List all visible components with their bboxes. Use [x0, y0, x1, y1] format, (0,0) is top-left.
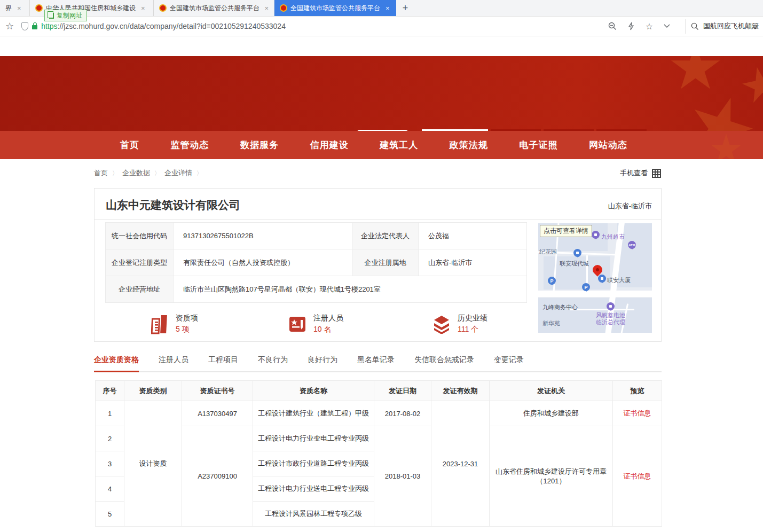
address-label: 企业经营地址 — [106, 276, 174, 303]
certificate-icon — [288, 315, 307, 334]
tab-dishonesty-records[interactable]: 失信联合惩戒记录 — [414, 355, 474, 371]
cell-seq: 1 — [96, 401, 124, 426]
nav-item-supervision[interactable]: 监管动态 — [171, 139, 209, 151]
url-scheme: https — [41, 22, 57, 30]
hot-search-box[interactable]: 国航回应飞机颠簸 — [685, 19, 763, 34]
address-value: 临沂市兰山区陶然路107号星河晶都（联安）现代城1号楼2201室 — [174, 276, 527, 303]
copy-icon — [49, 13, 54, 19]
cell-seq: 2 — [96, 426, 124, 451]
company-region: 山东省-临沂市 — [608, 201, 652, 211]
stat-qualifications[interactable]: 资质项 5 项 — [151, 314, 198, 334]
browser-tab-2[interactable]: 全国建筑市场监管公共服务平台 × — [154, 0, 274, 16]
nav-item-credit[interactable]: 信用建设 — [310, 139, 349, 151]
chevron-down-icon[interactable] — [664, 24, 670, 28]
nav-item-workers[interactable]: 建筑工人 — [380, 139, 418, 151]
reg-type-label: 企业登记注册类型 — [106, 249, 174, 276]
cell-name: 工程设计电力行业送电工程专业丙级 — [253, 476, 374, 502]
favorite-star-icon[interactable]: ☆ — [646, 21, 653, 32]
copy-url-tooltip: 复制网址 — [44, 10, 87, 21]
shield-icon[interactable] — [21, 22, 28, 30]
tab-blacklist[interactable]: 黑名单记录 — [357, 355, 395, 371]
cell-cert-no: A237009100 — [182, 426, 253, 527]
stat-label: 注册人员 — [313, 314, 343, 323]
flag-star-decoration — [738, 63, 763, 107]
url-field[interactable]: https://jzsc.mohurd.gov.cn/data/company/… — [21, 22, 608, 30]
company-name: 山东中元建筑设计有限公司 — [106, 198, 240, 213]
breadcrumb-company-data[interactable]: 企业数据 — [122, 168, 150, 178]
lock-icon — [32, 25, 37, 29]
table-row: 企业经营地址 临沂市兰山区陶然路107号星河晶都（联安）现代城1号楼2201室 — [106, 276, 527, 303]
table-header-row: 序号 资质类别 资质证书号 资质名称 发证日期 发证有效期 发证机关 预览 — [96, 381, 662, 401]
nav-item-home[interactable]: 首页 — [120, 139, 139, 151]
browser-tab-active[interactable]: 全国建筑市场监管公共服务平台 × — [274, 0, 396, 16]
company-card: 山东中元建筑设计有限公司 山东省-临沂市 统一社会信用代码 9137130267… — [94, 188, 662, 342]
stat-value: 10 名 — [313, 325, 343, 334]
nav-item-policy[interactable]: 政策法规 — [450, 139, 488, 151]
tab-bad-behavior[interactable]: 不良行为 — [258, 355, 288, 371]
detail-tabs: 企业资质资格 注册人员 工程项目 不良行为 良好行为 黑名单记录 失信联合惩戒记… — [94, 355, 662, 372]
tab-title: 界 — [5, 4, 12, 13]
new-tab-button[interactable]: + — [396, 0, 414, 16]
map-label: 九州超市 — [601, 233, 625, 241]
mobile-qr-icon[interactable] — [652, 169, 661, 178]
breadcrumb-home[interactable]: 首页 — [94, 168, 108, 178]
nav-item-e-license[interactable]: 电子证照 — [519, 139, 557, 151]
map-tooltip[interactable]: 点击可查看详情 — [540, 225, 592, 237]
nav-item-data-service[interactable]: 数据服务 — [240, 139, 279, 151]
tab-close-icon[interactable]: × — [141, 4, 145, 12]
stat-history-performance[interactable]: 历史业绩 111 个 — [432, 314, 487, 334]
url-text[interactable]: https://jzsc.mohurd.gov.cn/data/company/… — [41, 22, 286, 30]
flag-star-decoration — [710, 134, 742, 159]
col-cert-no: 资质证书号 — [182, 381, 253, 401]
tab-change-records[interactable]: 变更记录 — [494, 355, 524, 371]
cell-name: 工程设计风景园林工程专项乙级 — [253, 502, 374, 527]
stat-registered-personnel[interactable]: 注册人员 10 名 — [288, 314, 343, 334]
company-stats: 资质项 5 项 注册人员 10 名 — [95, 310, 526, 339]
tab-close-icon[interactable]: × — [386, 4, 390, 12]
lightning-icon[interactable] — [627, 22, 635, 30]
cell-preview: 证书信息 — [613, 426, 662, 527]
col-category: 资质类别 — [124, 381, 182, 401]
breadcrumb-separator: 〉 — [154, 169, 160, 177]
bookmark-star-icon[interactable]: ☆ — [5, 20, 14, 32]
tab-projects[interactable]: 工程项目 — [208, 355, 238, 371]
tab-good-behavior[interactable]: 良好行为 — [308, 355, 337, 371]
reg-region-value: 山东省-临沂市 — [419, 249, 527, 276]
cell-name: 工程设计建筑行业（建筑工程）甲级 — [253, 401, 374, 426]
cell-cert-no: A137030497 — [182, 401, 253, 426]
parking-icon: P — [582, 283, 590, 291]
tab-title: 全国建筑市场监管公共服务平台 — [170, 4, 259, 13]
certificate-info-link[interactable]: 证书信息 — [624, 472, 651, 480]
cell-authority: 住房和城乡建设部 — [490, 401, 613, 426]
table-row: 统一社会信用代码 91371302675501022B 企业法定代表人 公茂福 — [106, 223, 527, 249]
stat-label: 资质项 — [176, 314, 198, 323]
copy-url-label: 复制网址 — [57, 11, 82, 20]
page-content: 首页〉 企业数据〉 企业详情〉 手机查看 山东中元建筑设计有限公司 山东省-临沂… — [0, 159, 763, 532]
certificate-info-link[interactable]: 证书信息 — [624, 409, 651, 417]
mobile-view[interactable]: 手机查看 — [620, 168, 661, 178]
tab-qualifications[interactable]: 企业资质资格 — [94, 355, 139, 372]
zoom-out-icon[interactable] — [608, 22, 617, 30]
building-icon — [151, 314, 169, 334]
cell-authority: 山东省住房和城乡建设厅许可专用章（1201） — [490, 426, 613, 527]
col-name: 资质名称 — [253, 381, 374, 401]
tab-close-icon[interactable]: × — [17, 4, 21, 12]
legal-rep-value: 公茂福 — [419, 223, 527, 249]
map-label: 联安现代城 — [560, 260, 589, 268]
cell-valid-until: 2023-12-31 — [431, 401, 490, 527]
credit-code-label: 统一社会信用代码 — [106, 223, 174, 249]
tab-close-icon[interactable]: × — [264, 4, 269, 12]
tab-registered-personnel[interactable]: 注册人员 — [159, 355, 188, 371]
table-row: 1 设计资质 A137030497 工程设计建筑行业（建筑工程）甲级 2017-… — [96, 401, 662, 426]
emblem-favicon-icon — [280, 4, 287, 12]
map-label: 新华苑 — [542, 319, 560, 327]
browser-tab-0[interactable]: 界 × — [0, 0, 30, 16]
legal-rep-label: 企业法定代表人 — [352, 223, 419, 249]
location-map[interactable]: 点击可查看详情 九州超市 ATM 纪花园 联安现代城 联安大厦 P P 九峰商务… — [538, 223, 652, 333]
breadcrumb-company-detail[interactable]: 企业详情 — [164, 168, 192, 178]
nav-item-site-news[interactable]: 网站动态 — [589, 139, 627, 151]
address-bar-actions: ☆ — [608, 21, 670, 32]
mobile-view-label: 手机查看 — [620, 168, 648, 178]
col-issue-date: 发证日期 — [374, 381, 431, 401]
col-valid-until: 发证有效期 — [431, 381, 490, 401]
